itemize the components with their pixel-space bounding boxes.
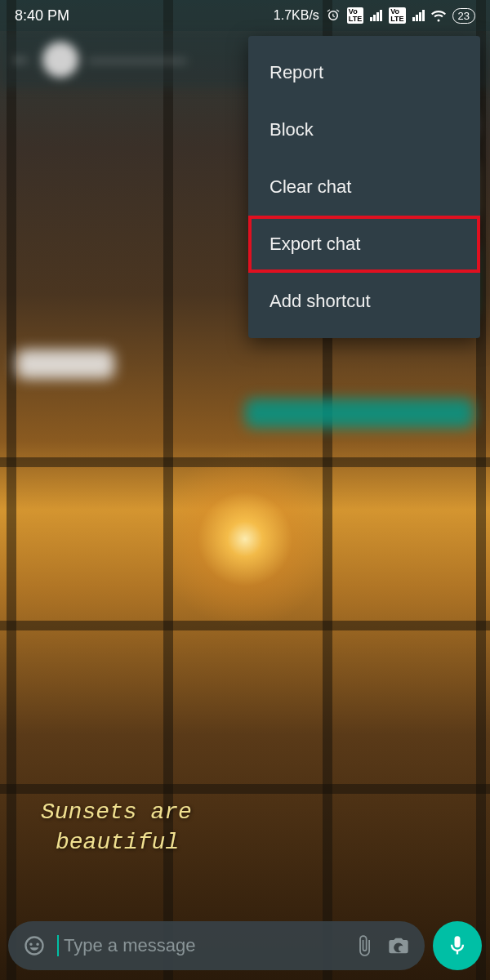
data-rate: 1.7KB/s bbox=[274, 8, 319, 23]
volte-badge-2: VoLTE bbox=[389, 7, 405, 24]
message-bubble[interactable] bbox=[245, 399, 474, 428]
alarm-icon bbox=[326, 8, 341, 23]
status-time: 8:40 PM bbox=[15, 7, 69, 24]
menu-export-chat[interactable]: Export chat bbox=[248, 216, 480, 273]
message-input-container[interactable]: Type a message bbox=[8, 921, 425, 970]
camera-icon[interactable] bbox=[387, 934, 410, 957]
status-bar: 8:40 PM 1.7KB/s VoLTE VoLTE 23 bbox=[0, 0, 490, 31]
input-bar: Type a message bbox=[8, 921, 482, 970]
avatar[interactable] bbox=[42, 42, 78, 78]
emoji-icon[interactable] bbox=[23, 934, 46, 957]
message-input[interactable]: Type a message bbox=[57, 935, 341, 956]
menu-block[interactable]: Block bbox=[248, 101, 480, 158]
back-icon[interactable]: ← bbox=[10, 47, 33, 73]
overflow-menu: Report Block Clear chat Export chat Add … bbox=[248, 36, 480, 338]
chat-screen: 8:40 PM 1.7KB/s VoLTE VoLTE 23 ← —————— bbox=[0, 0, 490, 980]
message-bubble[interactable] bbox=[16, 350, 114, 379]
status-icons: 1.7KB/s VoLTE VoLTE 23 bbox=[274, 7, 475, 24]
battery-indicator: 23 bbox=[452, 8, 475, 24]
signal-bars-2 bbox=[412, 10, 425, 21]
attachment-icon[interactable] bbox=[353, 934, 376, 957]
contact-name[interactable]: —————— bbox=[88, 51, 186, 69]
menu-add-shortcut[interactable]: Add shortcut bbox=[248, 273, 480, 330]
menu-report[interactable]: Report bbox=[248, 44, 480, 101]
mic-button[interactable] bbox=[433, 921, 482, 970]
menu-clear-chat[interactable]: Clear chat bbox=[248, 158, 480, 216]
volte-badge-1: VoLTE bbox=[347, 7, 363, 24]
wifi-icon bbox=[431, 8, 446, 23]
signal-bars-1 bbox=[370, 10, 382, 21]
image-caption: Sunsets are beautiful bbox=[41, 798, 192, 858]
